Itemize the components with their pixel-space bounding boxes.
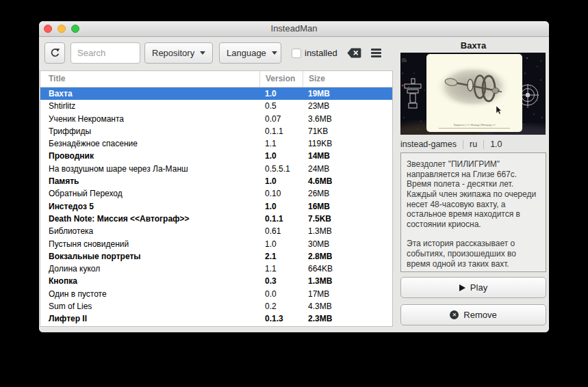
description-paragraph: Звездолет "ПИЛИГРИМ" направляется на Гли… bbox=[407, 159, 540, 229]
cell-title: Долина кукол bbox=[40, 263, 259, 275]
cell-size: 19MB bbox=[303, 88, 392, 100]
cell-size: 2.3MB bbox=[303, 312, 392, 325]
column-header-title[interactable]: Title bbox=[40, 71, 259, 87]
cell-size: 17MB bbox=[303, 288, 392, 300]
table-header: Title Version Size bbox=[40, 71, 392, 88]
table-row[interactable]: Sum of Lies0.24.3MB bbox=[40, 300, 392, 312]
cell-size: 1.3MB bbox=[303, 275, 392, 287]
installed-checkbox[interactable] bbox=[292, 49, 301, 58]
cell-version: 1.0 bbox=[259, 238, 303, 250]
search-input[interactable] bbox=[71, 42, 140, 64]
remove-button-label: Remove bbox=[463, 310, 496, 320]
toolbar: Repository Language installed bbox=[44, 42, 382, 64]
table-row[interactable]: Death Note: Миссия <<Автограф>>0.1.17.5K… bbox=[40, 213, 392, 225]
cell-size: 3.6MB bbox=[303, 113, 392, 125]
column-header-size[interactable]: Size bbox=[303, 71, 392, 87]
cell-version: 1.1 bbox=[259, 137, 303, 150]
table-row[interactable]: На воздушном шаре через Ла-Манш0.5.5.124… bbox=[40, 163, 392, 175]
cell-title: Лифтер II bbox=[40, 312, 259, 325]
language-dropdown-label: Language bbox=[227, 48, 266, 58]
game-description: Звездолет "ПИЛИГРИМ" направляется на Гли… bbox=[400, 152, 546, 272]
game-version: 1.0 bbox=[490, 139, 502, 149]
games-table: Title Version Size Вахта1.019MBShtirlitz… bbox=[40, 70, 393, 327]
installed-checkbox-label: installed bbox=[305, 48, 337, 58]
table-row[interactable]: Обратный Переход0.1026MB bbox=[40, 187, 392, 200]
column-header-version[interactable]: Version bbox=[259, 71, 303, 87]
table-row[interactable]: Кнопка0.31.3MB bbox=[40, 275, 392, 287]
play-button-label: Play bbox=[470, 282, 487, 293]
app-window: InsteadMan Repository Language installed bbox=[39, 21, 549, 332]
game-details-panel: Вахта bbox=[400, 37, 547, 325]
cell-size: 1.1MB bbox=[303, 325, 392, 327]
cell-size: 4.6MB bbox=[303, 175, 392, 187]
table-row[interactable]: Вокзальные портреты2.12.8MB bbox=[40, 250, 392, 263]
table-row[interactable]: Лифтер II0.1.32.3MB bbox=[40, 312, 392, 325]
titlebar: InsteadMan bbox=[39, 21, 549, 37]
game-info-line: instead-games ru 1.0 bbox=[400, 139, 547, 150]
refresh-button[interactable] bbox=[44, 42, 65, 64]
cell-version: 0.0 bbox=[259, 288, 303, 300]
cell-size: 71KB bbox=[303, 125, 392, 137]
play-button[interactable]: Play bbox=[400, 277, 546, 298]
table-row[interactable]: Безнадёжное спасение1.1119KB bbox=[40, 137, 392, 150]
cell-version: 0.07 bbox=[259, 113, 303, 125]
cell-version: 0.1.1 bbox=[259, 125, 303, 137]
remove-circle-x-icon: ✕ bbox=[450, 310, 459, 319]
clear-filters-button[interactable] bbox=[347, 48, 362, 59]
cell-version: 1.0 bbox=[259, 325, 303, 327]
cell-version: 1.0 bbox=[259, 150, 303, 162]
table-row[interactable]: Shtirlitz0.523MB bbox=[40, 100, 392, 112]
language-dropdown[interactable]: Language bbox=[219, 42, 281, 64]
table-row[interactable]: [UBQ] Звёздный молот1.01.1MB bbox=[40, 325, 392, 327]
cell-size: 23MB bbox=[303, 100, 392, 112]
description-paragraph: Эта история рассказывает о событиях, про… bbox=[407, 239, 540, 269]
remove-button[interactable]: ✕ Remove bbox=[400, 304, 546, 325]
cell-size: 7.5KB bbox=[303, 213, 392, 225]
zoom-window-button[interactable] bbox=[71, 25, 79, 33]
cell-version: 0.1.3 bbox=[259, 312, 303, 325]
drawing-panel: Закрыть | << Назад | Вперед >> bbox=[426, 54, 522, 132]
table-row[interactable]: Библиотека0.611.3MB bbox=[40, 225, 392, 237]
chevron-down-icon bbox=[200, 51, 205, 55]
table-row[interactable]: Вахта1.019MB bbox=[40, 88, 392, 100]
table-row[interactable]: Проводник1.014MB bbox=[40, 150, 392, 162]
cell-title: Триффиды bbox=[40, 125, 259, 137]
traffic-lights bbox=[44, 25, 79, 33]
cell-version: 0.5.5.1 bbox=[259, 163, 303, 175]
repository-dropdown[interactable]: Repository bbox=[144, 42, 213, 64]
menu-button[interactable] bbox=[371, 49, 382, 57]
cell-title: Безнадёжное спасение bbox=[40, 137, 259, 150]
cell-title: Библиотека bbox=[40, 225, 259, 237]
table-body: Вахта1.019MBShtirlitz0.523MBУченик Некро… bbox=[40, 88, 392, 327]
table-row[interactable]: Память1.04.6MB bbox=[40, 175, 392, 187]
table-row[interactable]: Долина кукол1.1664KB bbox=[40, 263, 392, 275]
cell-title: Пустыня сновидений bbox=[40, 238, 259, 250]
table-row[interactable]: Пустыня сновидений1.030MB bbox=[40, 238, 392, 250]
minimize-window-button[interactable] bbox=[57, 25, 66, 33]
separator bbox=[463, 140, 463, 149]
separator bbox=[483, 140, 484, 149]
refresh-icon bbox=[50, 48, 60, 58]
cell-title: Shtirlitz bbox=[40, 100, 259, 112]
cell-title: Death Note: Миссия <<Автограф>> bbox=[40, 213, 259, 225]
chevron-down-icon bbox=[272, 51, 277, 55]
cell-version: 0.1.1 bbox=[259, 213, 303, 225]
cell-title: [UBQ] Звёздный молот bbox=[40, 325, 259, 327]
window-content: Repository Language installed bbox=[39, 37, 549, 332]
close-window-button[interactable] bbox=[44, 25, 52, 33]
cell-size: 16MB bbox=[303, 200, 392, 213]
cell-size: 14MB bbox=[303, 150, 392, 162]
table-row[interactable]: Один в пустоте0.017MB bbox=[40, 288, 392, 300]
table-row[interactable]: Триффиды0.1.171KB bbox=[40, 125, 392, 137]
backspace-icon bbox=[347, 48, 361, 58]
cell-size: 26MB bbox=[303, 187, 392, 200]
screenshot-caption: Закрыть | << Назад | Вперед >> bbox=[453, 123, 496, 126]
game-language: ru bbox=[470, 139, 477, 149]
cell-size: 30MB bbox=[303, 238, 392, 250]
cell-version: 0.5 bbox=[259, 100, 303, 112]
table-row[interactable]: Ученик Некроманта0.073.6MB bbox=[40, 113, 392, 125]
table-row[interactable]: Инстедоз 51.016MB bbox=[40, 200, 392, 213]
cell-title: Обратный Переход bbox=[40, 187, 259, 200]
cell-version: 1.0 bbox=[259, 200, 303, 213]
cell-title: Один в пустоте bbox=[40, 288, 259, 300]
